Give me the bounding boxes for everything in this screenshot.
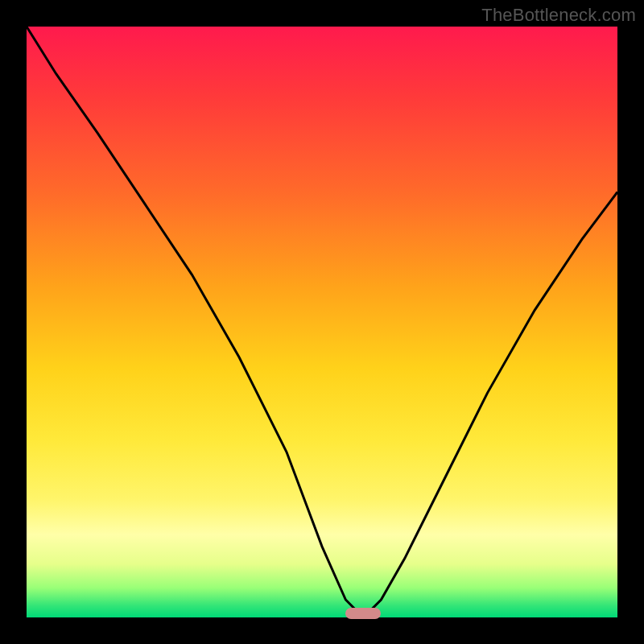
curve-layer	[27, 27, 617, 617]
bottleneck-curve	[27, 27, 617, 612]
watermark-text: TheBottleneck.com	[481, 5, 636, 26]
optimal-range-marker	[345, 608, 381, 619]
chart-container: TheBottleneck.com	[0, 0, 644, 644]
